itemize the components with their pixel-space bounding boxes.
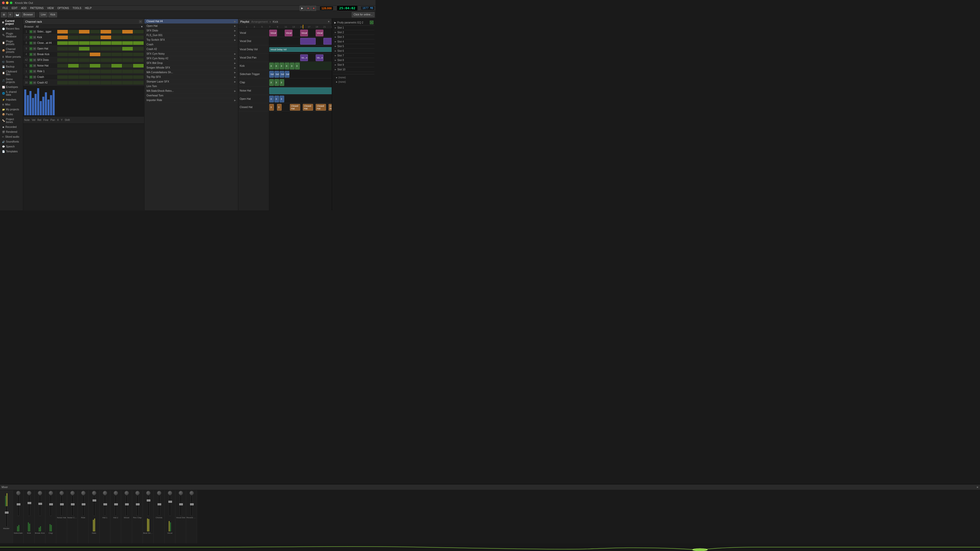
beat-oh-2[interactable] <box>68 47 79 51</box>
browser-btn[interactable]: Browser <box>22 12 35 17</box>
inst-item-fl5gun[interactable]: FLS_Gun 001 ▶ <box>145 33 238 38</box>
ch-crash2-mute[interactable]: M <box>33 81 36 84</box>
sidebar-item-project-bones[interactable]: 🦴 Project bones <box>0 117 23 124</box>
inst-item-sfx-cym-noisy[interactable]: SFX Cym Noisy ▶ <box>145 52 238 56</box>
ch-kick-mute[interactable]: M <box>33 36 36 39</box>
pattern-selector[interactable]: Kick <box>48 12 57 17</box>
block-sc-1[interactable]: Sid <box>269 71 274 78</box>
maximize-button[interactable] <box>10 2 13 4</box>
block-vocal-1[interactable]: Vocal <box>269 30 277 37</box>
block-oh-2[interactable]: 3 <box>274 96 279 102</box>
block-vd-2[interactable] <box>323 38 332 44</box>
eq-item-slot7[interactable]: Slot 7 <box>333 53 374 58</box>
block-noise-hat-1[interactable] <box>269 87 332 94</box>
eq-toggle[interactable]: ● <box>370 21 374 24</box>
block-oh-3[interactable]: 3 <box>280 96 284 102</box>
ch-openhat-mute[interactable]: M <box>33 47 36 50</box>
eq-item-slot10[interactable]: Slot 10 <box>333 67 374 72</box>
beat-oh-4[interactable] <box>90 47 100 51</box>
eq-item-slot1[interactable]: Slot 1 <box>333 25 374 30</box>
sidebar-item-scores[interactable]: 🎼 Scores <box>0 59 23 64</box>
ch-nh-mute[interactable]: M <box>33 64 36 67</box>
block-sc-4[interactable]: Sid <box>285 71 290 78</box>
menu-view[interactable]: VIEW <box>46 6 56 10</box>
block-kick-6[interactable]: 3 <box>295 63 300 69</box>
ch-1-green[interactable]: ● <box>29 30 32 33</box>
ch-nh-green[interactable]: ● <box>29 64 32 67</box>
inst-item-toy-scritch[interactable]: Toy Scritch SFX ▶ <box>145 38 238 42</box>
block-ch-4[interactable]: Closed Hat <box>303 104 313 111</box>
play-button[interactable]: ▶ <box>300 6 305 11</box>
beat-kick-5[interactable] <box>100 36 111 39</box>
beat-1-4[interactable] <box>90 30 100 33</box>
sidebar-item-packs[interactable]: 📦 Packs <box>0 112 23 117</box>
sidebar-item-misc[interactable]: ⚙ Misc <box>0 102 23 107</box>
sidebar-item-recorded[interactable]: ⏺ Recorded <box>0 124 23 129</box>
eq-bottom-none-1[interactable]: ● (none) <box>334 75 374 80</box>
click-for-online[interactable]: Click for online... <box>352 12 374 17</box>
inst-item-toy-rip[interactable]: Toy Rip SFX ▶ <box>145 75 238 79</box>
channel-rack-btn[interactable]: ⊞ <box>1 12 7 17</box>
block-pan-1[interactable]: Vo...n <box>300 54 308 61</box>
sidebar-item-mixer-presets[interactable]: 🎚 Mixer presets <box>0 54 23 59</box>
block-vocal-4[interactable]: Vocal <box>316 30 323 37</box>
sidebar-item-soundfonts[interactable]: 🔊 Soundfonts <box>0 139 23 144</box>
beat-1-1[interactable] <box>57 30 68 33</box>
sidebar-item-demo-projects[interactable]: 🎵 Demo projects <box>0 77 23 84</box>
beat-1-8[interactable] <box>133 30 144 33</box>
block-delay-1[interactable]: Vocal Delay Vol <box>269 47 332 52</box>
inst-item-crash[interactable]: Crash <box>145 42 238 47</box>
beat-kick-2[interactable] <box>68 36 79 39</box>
ch-r1-green[interactable]: ● <box>29 70 32 73</box>
menu-add[interactable]: ADD <box>20 6 28 10</box>
record-button[interactable]: ● <box>311 6 316 11</box>
beat-oh-1[interactable] <box>57 47 68 51</box>
beat-oh-8[interactable] <box>133 47 144 51</box>
sidebar-item-plugin-presets[interactable]: 📋 Plugin presets <box>0 39 23 47</box>
sidebar-item-rendered[interactable]: 🎬 Rendered <box>0 129 23 134</box>
eq-item-slot9[interactable]: Slot 9 <box>333 63 374 67</box>
sidebar-item-channel-presets[interactable]: 📦 Channel presets <box>0 47 23 54</box>
block-clap-2[interactable]: 3 <box>274 79 279 86</box>
beat-ch-5[interactable] <box>100 41 111 45</box>
eq-bottom-none-2[interactable]: ● (none) <box>334 80 374 84</box>
inst-item-sfx-cym-noisy2[interactable]: SFX Cym Noisy #2 ▶ <box>145 56 238 61</box>
beat-oh-5[interactable] <box>100 47 111 51</box>
menu-help[interactable]: HELP <box>83 6 93 10</box>
inst-item-overhead-tom[interactable]: Overhead Tom <box>145 93 238 98</box>
block-sc-3[interactable]: Sid <box>280 71 284 78</box>
sidebar-item-plugin-database[interactable]: 🔌 Plugin database <box>0 31 23 39</box>
inst-item-crash2[interactable]: Crash #2 <box>145 47 238 52</box>
inst-item-linn-tom[interactable]: Linn Tom <box>145 84 238 89</box>
block-kick-3[interactable]: 3 <box>280 63 284 69</box>
stop-button[interactable]: ■ <box>305 6 310 11</box>
sidebar-item-il-shared[interactable]: 🌐 IL shared data <box>0 89 23 97</box>
inst-item-sfx-disto[interactable]: SFX Disto ▶ <box>145 29 238 33</box>
inst-item-closed-hat[interactable]: Closed Hat #4 ▶ <box>145 19 238 24</box>
block-kick-1[interactable]: 3 <box>269 63 274 69</box>
inst-item-importer-ride[interactable]: Importer Ride ▶ <box>145 98 238 103</box>
eq-item-slot3[interactable]: Slot 3 <box>333 35 374 40</box>
menu-patterns[interactable]: PATTERNS <box>29 6 45 10</box>
beat-1-2[interactable] <box>68 30 79 33</box>
ch-crash-green[interactable]: ● <box>29 76 32 79</box>
beat-1-6[interactable] <box>111 30 122 33</box>
beat-ch-7[interactable] <box>122 41 133 45</box>
ch-crash-mute[interactable]: M <box>33 76 36 79</box>
beat-kick-3[interactable] <box>79 36 89 39</box>
beat-oh-7[interactable] <box>122 47 133 51</box>
ch-openhat-green[interactable]: ● <box>29 47 32 50</box>
playlist-close[interactable]: × <box>328 20 329 24</box>
beat-ch-6[interactable] <box>111 41 122 45</box>
sidebar-item-impulses[interactable]: ⚡ Impulses <box>0 97 23 102</box>
sidebar-item-clipboard[interactable]: 📋 Clipboard files <box>0 69 23 77</box>
close-button[interactable] <box>2 2 5 4</box>
beat-kick-8[interactable] <box>133 36 144 39</box>
inst-item-smigen-whistle[interactable]: Smigen Whistle SFX ▶ <box>145 65 238 70</box>
inst-item-sfx8bit[interactable]: SFX 8bit Drop ▶ <box>145 61 238 65</box>
beat-ch-2[interactable] <box>68 41 79 45</box>
eq-item-slot5[interactable]: Slot 5 <box>333 44 374 49</box>
block-vocal-2[interactable]: Vocal <box>285 30 293 37</box>
tempo-display[interactable]: 128.000 <box>320 6 334 11</box>
menu-options[interactable]: OPTIONS <box>56 6 70 10</box>
